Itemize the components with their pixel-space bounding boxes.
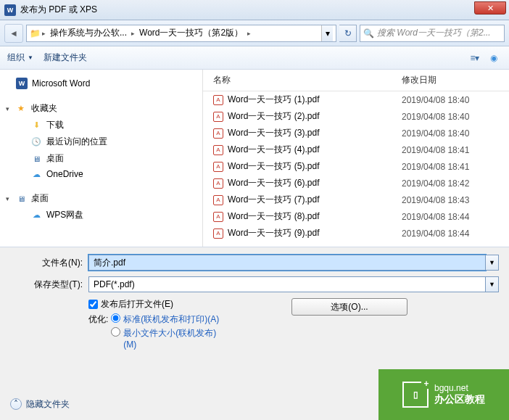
sidebar-item-onedrive[interactable]: ☁ OneDrive <box>0 167 202 181</box>
options-button[interactable]: 选项(O)... <box>291 298 407 316</box>
chevron-right-icon: ▸ <box>247 30 251 37</box>
breadcrumb-segment[interactable]: Word一天一技巧（第2版） <box>136 27 246 39</box>
sidebar-group-favorites[interactable]: ▾ ★ 收藏夹 <box>0 100 202 117</box>
sidebar-item-recent[interactable]: 🕓 最近访问的位置 <box>0 133 202 150</box>
file-row[interactable]: AWord一天一技巧 (7).pdf2019/04/08 18:43 <box>203 192 509 208</box>
cloud-icon: ☁ <box>30 210 42 221</box>
sidebar-item-downloads[interactable]: ⬇ 下载 <box>0 117 202 133</box>
pdf-icon: A <box>213 95 223 105</box>
chevron-right-icon: ▸ <box>131 30 135 37</box>
hide-folders-toggle[interactable]: ˄ 隐藏文件夹 <box>10 398 70 411</box>
optimize-standard-radio[interactable] <box>111 313 120 323</box>
main-area: W Microsoft Word ▾ ★ 收藏夹 ⬇ 下载 🕓 最近访问的位置 … <box>0 70 509 247</box>
star-icon: ★ <box>15 104 27 114</box>
addressbar: ◄ 📁 ▸ 操作系统与办公软... ▸ Word一天一技巧（第2版） ▸ ▾ ↻… <box>0 20 509 46</box>
savetype-select[interactable]: PDF(*.pdf) <box>88 276 486 292</box>
column-name[interactable]: 名称 <box>203 74 402 86</box>
filename-input[interactable]: 简介.pdf <box>88 255 486 271</box>
watermark: ▯ + bgqu.net 办公区教程 <box>378 369 509 420</box>
word-icon: W <box>16 78 28 89</box>
sidebar-group-desktop[interactable]: ▾ 🖥 桌面 <box>0 190 202 207</box>
optimize-min-radio[interactable] <box>111 327 120 337</box>
organize-menu[interactable]: 组织 ▼ <box>7 52 33 64</box>
recent-icon: 🕓 <box>30 137 42 147</box>
download-icon: ⬇ <box>30 120 42 131</box>
watermark-name: 办公区教程 <box>434 393 485 406</box>
window-title: 发布为 PDF 或 XPS <box>20 4 97 16</box>
breadcrumb-segment[interactable]: 操作系统与办公软... <box>47 27 130 39</box>
optimize-min-label: 最小文件大小(联机发布)(M) <box>123 327 225 350</box>
search-input[interactable]: 🔍 搜索 Word一天一技巧（第2... <box>360 25 505 42</box>
optimize-standard-label: 标准(联机发布和打印)(A) <box>123 313 225 326</box>
search-icon: 🔍 <box>363 28 374 38</box>
pdf-icon: A <box>213 228 223 239</box>
collapse-icon: ▾ <box>6 105 9 112</box>
file-row[interactable]: AWord一天一技巧 (9).pdf2019/04/08 18:44 <box>203 225 509 242</box>
file-list: AWord一天一技巧 (1).pdf2019/04/08 18:40 AWord… <box>203 91 509 247</box>
savetype-dropdown[interactable]: ▼ <box>486 276 499 292</box>
pdf-icon: A <box>213 128 223 139</box>
plus-icon: + <box>421 379 431 389</box>
pdf-icon: A <box>213 212 223 222</box>
file-row[interactable]: AWord一天一技巧 (3).pdf2019/04/08 18:40 <box>203 125 509 141</box>
toolbar: 组织 ▼ 新建文件夹 ≡▾ ◉ <box>0 46 509 70</box>
close-button[interactable]: ✕ <box>474 1 506 15</box>
sidebar: W Microsoft Word ▾ ★ 收藏夹 ⬇ 下载 🕓 最近访问的位置 … <box>0 70 203 247</box>
chevron-up-icon: ˄ <box>10 398 22 410</box>
breadcrumb-dropdown[interactable]: ▾ <box>321 25 333 41</box>
file-row[interactable]: AWord一天一技巧 (6).pdf2019/04/08 18:42 <box>203 175 509 192</box>
sidebar-item-desktop[interactable]: 🖥 桌面 <box>0 150 202 167</box>
optimize-label: 优化: <box>88 313 108 326</box>
desktop-icon: 🖥 <box>15 194 27 204</box>
sidebar-item-wps[interactable]: ☁ WPS网盘 <box>0 207 202 223</box>
file-row[interactable]: AWord一天一技巧 (2).pdf2019/04/08 18:40 <box>203 108 509 125</box>
refresh-icon: ↻ <box>344 28 352 38</box>
filename-dropdown[interactable]: ▼ <box>486 255 499 271</box>
pdf-icon: A <box>213 145 223 155</box>
cloud-icon: ☁ <box>30 169 42 179</box>
help-icon[interactable]: ◉ <box>486 51 502 65</box>
new-folder-button[interactable]: 新建文件夹 <box>44 52 87 64</box>
pdf-icon: A <box>213 178 223 189</box>
search-placeholder: 搜索 Word一天一技巧（第2... <box>377 27 491 39</box>
column-date[interactable]: 修改日期 <box>402 74 509 86</box>
file-header: 名称 修改日期 <box>203 70 509 91</box>
filename-label: 文件名(N): <box>10 257 88 269</box>
back-button[interactable]: ◄ <box>4 24 23 43</box>
file-pane: 名称 修改日期 AWord一天一技巧 (1).pdf2019/04/08 18:… <box>203 70 509 247</box>
titlebar: W 发布为 PDF 或 XPS ✕ <box>0 0 509 20</box>
file-row[interactable]: AWord一天一技巧 (8).pdf2019/04/08 18:44 <box>203 208 509 225</box>
open-after-label: 发布后打开文件(E) <box>101 298 173 310</box>
view-icon[interactable]: ≡▾ <box>467 51 483 65</box>
chevron-right-icon: ▸ <box>42 30 46 37</box>
sidebar-item-msword[interactable]: W Microsoft Word <box>0 75 202 91</box>
chevron-down-icon: ▼ <box>28 54 33 61</box>
pdf-icon: A <box>213 195 223 205</box>
pdf-icon: A <box>213 112 223 122</box>
back-icon: ◄ <box>9 28 18 38</box>
desktop-icon: 🖥 <box>30 154 42 164</box>
pdf-icon: A <box>213 162 223 172</box>
watermark-url: bgqu.net <box>434 383 485 393</box>
refresh-button[interactable]: ↻ <box>339 25 357 42</box>
file-row[interactable]: AWord一天一技巧 (1).pdf2019/04/08 18:40 <box>203 91 509 108</box>
savetype-label: 保存类型(T): <box>10 279 88 291</box>
file-row[interactable]: AWord一天一技巧 (5).pdf2019/04/08 18:41 <box>203 158 509 175</box>
collapse-icon: ▾ <box>6 195 9 202</box>
open-after-checkbox[interactable] <box>88 300 98 309</box>
word-app-icon: W <box>4 4 16 16</box>
watermark-icon: ▯ + <box>402 382 429 408</box>
file-row[interactable]: AWord一天一技巧 (4).pdf2019/04/08 18:41 <box>203 141 509 158</box>
breadcrumb[interactable]: 📁 ▸ 操作系统与办公软... ▸ Word一天一技巧（第2版） ▸ ▾ <box>26 25 336 42</box>
folder-icon: 📁 <box>30 28 41 38</box>
